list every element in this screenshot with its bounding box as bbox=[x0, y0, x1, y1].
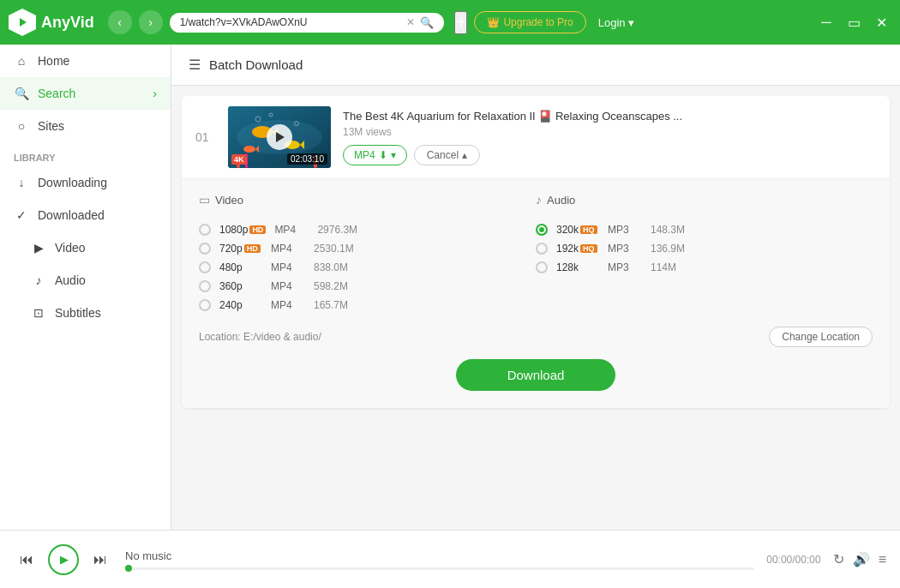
format-label: MP4 bbox=[354, 149, 375, 161]
size-360p: 598.2M bbox=[314, 280, 365, 292]
hd-badge: HD bbox=[244, 244, 261, 253]
close-button[interactable]: ✕ bbox=[871, 12, 891, 33]
sidebar-item-audio[interactable]: ♪ Audio bbox=[0, 264, 171, 297]
video-card: 01 bbox=[182, 96, 890, 408]
video-format-col: ▭ Video 1080p HD MP4 2976.3M 720p H bbox=[199, 193, 536, 315]
play-pause-button[interactable]: ▶ bbox=[48, 544, 79, 575]
audio-col-label: Audio bbox=[547, 194, 575, 207]
size-192k: 136.9M bbox=[651, 243, 702, 255]
video-actions: MP4 ⬇ ▾ Cancel ▴ bbox=[343, 145, 876, 165]
format-row: 240p MP4 165.7M bbox=[199, 296, 536, 315]
back-button[interactable]: ‹ bbox=[108, 10, 132, 34]
audio-format-row: 192k HQ MP3 136.9M bbox=[536, 239, 873, 258]
sidebar-item-video[interactable]: ▶ Video bbox=[0, 231, 171, 264]
audio-format-row: 320k HQ MP3 148.3M bbox=[536, 220, 873, 239]
format-panel: ▭ Video 1080p HD MP4 2976.3M 720p H bbox=[182, 178, 890, 408]
radio-240p[interactable] bbox=[199, 299, 211, 311]
maximize-button[interactable]: ▭ bbox=[843, 12, 864, 33]
change-location-button[interactable]: Change Location bbox=[769, 327, 873, 347]
minimize-button[interactable]: ─ bbox=[816, 12, 837, 33]
sidebar-item-subtitles[interactable]: ⊡ Subtitles bbox=[0, 297, 171, 329]
downloaded-icon: ✓ bbox=[14, 207, 29, 223]
location-text: Location: E:/video & audio/ bbox=[199, 331, 321, 343]
player-bar: ⏮ ▶ ⏭ No music 00:00/00:00 ↻ 🔊 ≡ bbox=[0, 530, 900, 588]
login-button[interactable]: Login ▾ bbox=[598, 16, 634, 29]
track-name: No music bbox=[125, 549, 754, 562]
downloading-label: Downloading bbox=[38, 176, 107, 189]
type-480p: MP4 bbox=[271, 261, 305, 273]
type-1080p: MP4 bbox=[274, 224, 309, 236]
repeat-button[interactable]: ↻ bbox=[833, 551, 844, 567]
main-layout: ⌂ Home 🔍 Search › ○ Sites Library ↓ Down… bbox=[0, 45, 900, 530]
radio-320k[interactable] bbox=[536, 224, 548, 236]
player-right: ↻ 🔊 ≡ bbox=[833, 551, 886, 567]
add-tab-button[interactable]: + bbox=[454, 11, 468, 34]
radio-720p[interactable] bbox=[199, 243, 211, 255]
progress-bar[interactable] bbox=[125, 567, 754, 570]
logo-triangle bbox=[20, 18, 27, 27]
progress-dot bbox=[125, 565, 132, 572]
url-text: 1/watch?v=XVkADAwOXnU bbox=[180, 16, 401, 28]
sidebar-item-sites[interactable]: ○ Sites bbox=[0, 110, 171, 142]
url-search-icon[interactable]: 🔍 bbox=[420, 16, 434, 29]
format-row: 1080p HD MP4 2976.3M bbox=[199, 220, 536, 239]
format-select-button[interactable]: MP4 ⬇ ▾ bbox=[343, 145, 407, 165]
batch-title: Batch Download bbox=[209, 57, 303, 72]
url-close-icon[interactable]: ✕ bbox=[406, 16, 415, 28]
video-col-header: ▭ Video bbox=[199, 193, 536, 212]
audio-format-row: 128k MP3 114M bbox=[536, 258, 873, 277]
video-col-label: Video bbox=[215, 194, 243, 207]
format-columns: ▭ Video 1080p HD MP4 2976.3M 720p H bbox=[199, 193, 873, 315]
play-icon: ▶ bbox=[60, 553, 69, 566]
type-360p: MP4 bbox=[271, 280, 305, 292]
radio-192k[interactable] bbox=[536, 243, 548, 255]
app-logo: AnyVid bbox=[9, 9, 94, 36]
size-720p: 2530.1M bbox=[314, 243, 365, 255]
window-controls: ─ ▭ ✕ bbox=[816, 12, 891, 33]
downloading-icon: ↓ bbox=[14, 175, 29, 190]
search-icon: 🔍 bbox=[14, 86, 29, 101]
video-views: 13M views bbox=[343, 126, 876, 138]
upgrade-button[interactable]: 👑 Upgrade to Pro bbox=[474, 11, 585, 33]
playlist-button[interactable]: ≡ bbox=[879, 552, 886, 567]
chevron-down-icon: ▾ bbox=[391, 149, 396, 161]
cancel-button[interactable]: Cancel ▴ bbox=[414, 145, 480, 165]
radio-1080p[interactable] bbox=[199, 224, 211, 236]
play-triangle bbox=[276, 132, 285, 142]
audio-label: Audio bbox=[55, 273, 86, 287]
size-240p: 165.7M bbox=[314, 299, 365, 311]
type-720p: MP4 bbox=[271, 243, 305, 255]
sidebar-item-search[interactable]: 🔍 Search › bbox=[0, 77, 171, 110]
download-button[interactable]: Download bbox=[456, 359, 616, 391]
radio-360p[interactable] bbox=[199, 280, 211, 292]
hq-badge: HQ bbox=[580, 244, 597, 253]
res-240p: 240p bbox=[219, 299, 262, 311]
app-name: AnyVid bbox=[41, 14, 94, 32]
sidebar-item-downloading[interactable]: ↓ Downloading bbox=[0, 166, 171, 199]
download-icon: ⬇ bbox=[379, 149, 387, 161]
sidebar-item-home[interactable]: ⌂ Home bbox=[0, 45, 171, 77]
forward-button[interactable]: › bbox=[139, 10, 163, 34]
sidebar-item-downloaded[interactable]: ✓ Downloaded bbox=[0, 199, 171, 231]
logo-icon bbox=[9, 9, 36, 36]
content-area: ☰ Batch Download 01 bbox=[171, 45, 900, 530]
type-128k: MP3 bbox=[608, 261, 642, 273]
login-label: Login bbox=[598, 16, 626, 29]
volume-button[interactable]: 🔊 bbox=[853, 551, 870, 567]
type-240p: MP4 bbox=[271, 299, 305, 311]
video-col-icon: ▭ bbox=[199, 193, 210, 207]
cancel-label: Cancel bbox=[427, 149, 459, 161]
prev-button[interactable]: ⏮ bbox=[14, 547, 39, 573]
radio-480p[interactable] bbox=[199, 261, 211, 273]
radio-128k[interactable] bbox=[536, 261, 548, 273]
url-bar[interactable]: 1/watch?v=XVkADAwOXnU ✕ 🔍 bbox=[170, 13, 444, 33]
res-720p: 720p HD bbox=[219, 243, 262, 255]
size-128k: 114M bbox=[651, 261, 702, 273]
audio-format-col: ♪ Audio 320k HQ MP3 148.3M 192k HQ bbox=[536, 193, 873, 315]
video-header: 01 bbox=[182, 96, 890, 178]
thumb-4k-badge: 4K bbox=[231, 154, 247, 165]
next-button[interactable]: ⏭ bbox=[87, 547, 113, 573]
size-480p: 838.0M bbox=[314, 261, 365, 273]
batch-icon: ☰ bbox=[189, 57, 201, 73]
location-row: Location: E:/video & audio/ Change Locat… bbox=[199, 327, 873, 347]
